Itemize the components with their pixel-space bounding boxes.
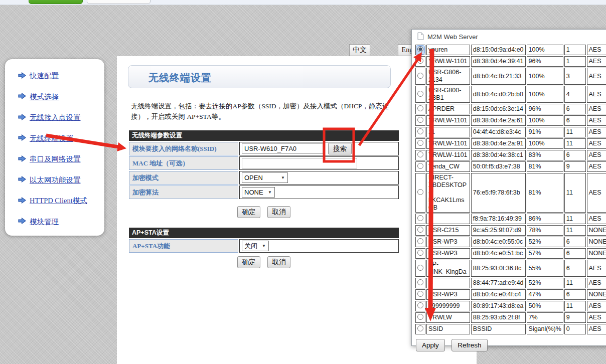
network-row[interactable]: Tenda_CW 50:0f:f5:d3:e7:38 81% 9 AES [415, 161, 606, 172]
network-channel: 6 [564, 150, 586, 160]
network-radio[interactable] [417, 227, 423, 233]
ok-button[interactable]: 确定 [237, 256, 260, 268]
network-signal: 78% [527, 225, 563, 236]
network-channel: 11 [564, 278, 586, 288]
sidebar-item[interactable]: HTTPD Client模式 [18, 196, 104, 206]
sidebar-item[interactable]: 以太网功能设置 [18, 175, 104, 185]
network-ssid: USR-C215 [426, 225, 470, 236]
network-row[interactable]: 999999999 80:89:17:43:d8:ea 50% 11 AES [415, 301, 606, 311]
top-white-button[interactable] [87, 0, 150, 4]
network-row[interactable]: APRDER d8:15:0d:c6:3e:14 96% 6 AES [415, 104, 606, 114]
network-radio[interactable] [417, 151, 423, 157]
network-channel: 9 [564, 312, 586, 323]
network-bssid: 04:4f:4c:d8:e3:4c [471, 127, 526, 137]
network-row[interactable]: f8:9a:78:16:49:39 86% 11 AES [415, 214, 606, 224]
network-security: AES [587, 115, 606, 126]
encryption-algorithm-select[interactable]: NONE ▼ [242, 187, 275, 198]
network-radio[interactable] [417, 250, 423, 256]
network-bssid: d8:38:0d:4e:2a:91 [471, 138, 526, 149]
network-ssid: USR-G800-2BB1 [426, 86, 470, 103]
network-bssid: 50:0f:f5:d3:e7:38 [471, 161, 526, 172]
network-radio[interactable] [417, 58, 423, 64]
cancel-button[interactable]: 取消 [267, 256, 290, 268]
ssid-input[interactable] [242, 143, 323, 154]
network-radio[interactable] [417, 265, 423, 271]
network-radio[interactable] [417, 215, 423, 221]
network-row[interactable]: TP-LINK_KingDa 88:25:93:0f:36:8c 55% 6 A… [415, 260, 606, 277]
network-row[interactable]: YRWLW-1101 d8:38:0d:4e:39:41 96% 1 AES [415, 56, 606, 67]
network-radio[interactable] [417, 238, 423, 244]
network-ssid: 999999999 [426, 301, 470, 311]
sidebar-item[interactable]: 无线接入点设置 [18, 113, 104, 122]
cancel-button[interactable]: 取消 [267, 206, 290, 218]
network-row[interactable]: USR-G806-2134 d8:b0:4c:fb:21:33 100% 3 A… [415, 68, 606, 85]
network-radio[interactable] [417, 73, 423, 79]
network-radio[interactable] [417, 105, 423, 111]
network-row[interactable]: SSID BSSID Siganl(%)% 0 AES [415, 324, 606, 334]
top-green-button[interactable] [29, 0, 83, 4]
network-row[interactable]: YRWLW 88:25:93:d5:2f:8f 7% 9 AES [415, 312, 606, 323]
search-button[interactable]: 搜索 [328, 143, 352, 154]
network-signal: 100% [527, 45, 563, 55]
sidebar-item[interactable]: 模式选择 [18, 92, 104, 102]
encryption-mode-label: 加密模式 [129, 171, 238, 185]
network-ssid: APRDER [426, 104, 470, 114]
network-row[interactable]: 88:44:77:ad:e9:4d 52% 11 AES [415, 278, 606, 288]
chinese-language-button[interactable]: 中文 [349, 44, 370, 56]
network-radio[interactable] [417, 46, 423, 52]
sidebar-item-label[interactable]: 串口及网络设置 [30, 154, 81, 164]
apply-button[interactable]: Apply [416, 339, 445, 351]
network-signal: 57% [527, 248, 563, 259]
sidebar-item-label[interactable]: 无线接入点设置 [30, 113, 81, 122]
mac-input[interactable] [242, 158, 357, 168]
network-security: AES [587, 214, 606, 224]
network-bssid: 88:44:77:ad:e9:4d [471, 278, 526, 288]
network-radio[interactable] [417, 314, 423, 320]
ok-button[interactable]: 确定 [237, 206, 260, 218]
network-radio[interactable] [417, 128, 423, 134]
network-row[interactable]: USR-G800-2BB1 d8:b0:4c:d0:2b:b0 100% 4 A… [415, 86, 606, 103]
network-radio[interactable] [417, 189, 423, 195]
network-security: AES [587, 127, 606, 137]
network-radio[interactable] [417, 91, 423, 97]
encryption-mode-select[interactable]: OPEN ▼ [242, 172, 288, 183]
network-row[interactable]: 11 04:4f:4c:d8:e3:4c 91% 11 AES [415, 127, 606, 137]
network-signal: 55% [527, 260, 563, 277]
sidebar-item-label[interactable]: 模块管理 [30, 217, 59, 227]
network-radio[interactable] [417, 163, 423, 169]
network-row[interactable]: USR-WP3 d8:b0:4c:e0:55:0c 52% 6 NONE [415, 237, 606, 247]
network-row[interactable]: YRWLW-1101 d8:38:0d:4e:38:c1 83% 6 AES [415, 150, 606, 160]
network-radio[interactable] [417, 140, 423, 146]
sidebar-item-label[interactable]: HTTPD Client模式 [30, 196, 87, 206]
network-row[interactable]: USR-C215 9c:a5:25:9f:07:d9 78% 11 NONE [415, 225, 606, 236]
network-channel: 6 [564, 289, 586, 300]
network-bssid: d8:38:0d:4e:38:c1 [471, 150, 526, 160]
refresh-button[interactable]: Refresh [451, 339, 487, 351]
network-row[interactable]: DIRECT-XBDESKTOP-LKCAK1LmsGB 76:e5:f9:78… [415, 173, 606, 213]
network-row[interactable]: YRWLW-1101 d8:38:0d:4e:2a:61 100% 6 AES [415, 115, 606, 126]
sidebar-item-label[interactable]: 模式选择 [30, 92, 59, 102]
network-row[interactable]: youren d8:15:0d:9a:d4:e0 100% 1 AES [415, 45, 606, 55]
sidebar-item[interactable]: 串口及网络设置 [18, 154, 104, 164]
network-security: AES [587, 173, 606, 213]
network-signal: 96% [527, 56, 563, 67]
chevron-down-icon: ▼ [268, 190, 272, 195]
sidebar-item-label[interactable]: 快速配置 [30, 71, 59, 81]
apsta-function-select[interactable]: 关闭 ▼ [242, 241, 269, 251]
network-security: AES [587, 278, 606, 288]
sidebar-item[interactable]: 无线终端设置 [18, 134, 104, 143]
network-radio[interactable] [417, 325, 423, 331]
sidebar-item-label[interactable]: 以太网功能设置 [30, 175, 81, 185]
sidebar-item[interactable]: 模块管理 [18, 217, 104, 227]
network-radio[interactable] [417, 302, 423, 308]
network-radio[interactable] [417, 291, 423, 297]
network-bssid: d8:b0:4c:e0:51:bc [471, 248, 526, 259]
network-row[interactable]: USR-WP3 d8:b0:4c:e0:51:bc 57% 6 NONE [415, 248, 606, 259]
network-radio[interactable] [417, 117, 423, 123]
sidebar-item-label[interactable]: 无线终端设置 [30, 134, 73, 143]
network-signal: 83% [527, 150, 563, 160]
network-row[interactable]: YRWLW-1101 d8:38:0d:4e:2a:91 100% 11 AES [415, 138, 606, 149]
network-radio[interactable] [417, 279, 423, 285]
network-row[interactable]: USR-WP3 d8:b0:4c:e0:4f:c4 47% 6 NONE [415, 289, 606, 300]
sidebar-item[interactable]: 快速配置 [18, 71, 104, 81]
